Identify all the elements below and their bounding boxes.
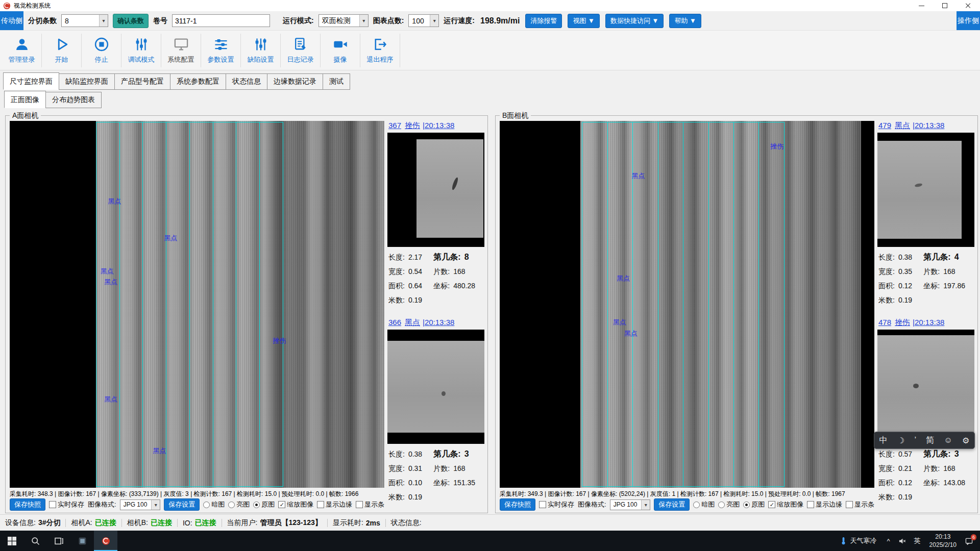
help-menu-button[interactable]: 帮助 ▼	[669, 14, 701, 28]
bright-image-radio[interactable]: 亮图	[228, 500, 250, 509]
defect-overlay-label: 挫伤	[770, 142, 783, 151]
defect-stat-width: 宽度:0.31	[388, 461, 433, 475]
ime-settings-icon[interactable]: ⚙	[962, 436, 969, 445]
original-image-radio[interactable]: 原图	[253, 500, 275, 509]
slit-count-select[interactable]: 8 ▾	[61, 14, 108, 27]
tab-system-param-config[interactable]: 系统参数配置	[170, 73, 226, 90]
taskbar-clock[interactable]: 20:13 2025/2/10	[925, 533, 961, 549]
data-quick-access-menu-button[interactable]: 数据快捷访问 ▼	[605, 14, 664, 28]
image-format-select[interactable]: JPG 100▾	[120, 499, 161, 510]
defect-stat-meters: 米数:0.19	[878, 293, 923, 307]
tab-edge-data-record[interactable]: 边缘数据记录	[267, 73, 323, 90]
defect-card-header[interactable]: 479黑点|20:13:38	[877, 121, 974, 133]
vision-app-taskbar-icon[interactable]	[94, 531, 117, 551]
search-button[interactable]	[23, 531, 47, 551]
image-format-select[interactable]: JPG 100▾	[610, 499, 651, 510]
pinned-app-icon[interactable]	[70, 531, 94, 551]
toolbar-item-stop[interactable]: 停止	[82, 34, 121, 67]
run-mode-select[interactable]: 双面检测 ▾	[318, 14, 369, 27]
save-snapshot-button[interactable]: 保存快照	[10, 498, 45, 511]
slit-count-label: 分切条数	[28, 16, 57, 26]
drive-side-button[interactable]: 传动侧	[0, 11, 23, 30]
tab-size-monitor[interactable]: 尺寸监控界面	[3, 72, 59, 90]
ime-shape-mode-icon[interactable]: ☽	[897, 436, 904, 445]
content-area: A面相机黑点黑点黑点黑点挫伤黑点黑点采集耗时: 348.3 | 图像计数: 16…	[0, 109, 980, 514]
toolbar-item-debug-mode[interactable]: 调试模式	[121, 34, 161, 67]
volume-mute-icon	[898, 537, 906, 545]
bright-image-radio[interactable]: 亮图	[718, 500, 740, 509]
clear-alarm-button[interactable]: 清除报警	[525, 14, 562, 28]
defect-card-stats: 长度:0.38第几条:3宽度:0.31片数:168面积:0.10坐标:151.3…	[387, 444, 484, 504]
show-edge-checkbox[interactable]: 显示边缘	[807, 500, 842, 509]
defect-stat-area: 面积:0.10	[388, 475, 433, 490]
start-button[interactable]	[0, 531, 23, 551]
icon-toolbar: 管理登录开始停止调试模式系统配置参数设置缺陷设置日志记录摄像退出程序	[0, 31, 980, 70]
toolbar-item-log-record[interactable]: 日志记录	[281, 34, 321, 67]
defect-overlay-label: 黑点	[101, 267, 114, 276]
realtime-save-checkbox[interactable]: 实时保存	[539, 500, 574, 509]
defect-card-header[interactable]: 478挫伤|20:13:38	[877, 318, 974, 330]
dark-image-radio[interactable]: 暗图	[693, 500, 715, 509]
maximize-button[interactable]	[933, 0, 957, 11]
defect-stat-meters: 米数:0.19	[388, 293, 433, 307]
chart-points-select[interactable]: 100 ▾	[408, 14, 439, 27]
ime-lang-mode[interactable]: 中	[879, 435, 888, 446]
device-info-label: 设备信息:	[5, 518, 36, 528]
vision-app-icon	[102, 537, 110, 545]
minimize-button[interactable]	[910, 0, 933, 11]
defect-stat-pieces: 片数:168	[433, 264, 484, 279]
ime-emoji-icon[interactable]: ☺	[944, 436, 952, 445]
roll-number-input[interactable]	[172, 14, 270, 27]
tab-test[interactable]: 测试	[323, 73, 350, 90]
stop-icon	[94, 37, 109, 54]
save-settings-button[interactable]: 保存设置	[164, 498, 200, 511]
zoom-image-checkbox[interactable]: ✓缩放图像	[768, 500, 803, 509]
tab-distribution-chart[interactable]: 分布趋势图表	[45, 92, 102, 108]
toolbar-item-exit-program[interactable]: 退出程序	[360, 34, 400, 67]
show-count-checkbox[interactable]: 显示条数	[356, 500, 384, 509]
view-menu-button[interactable]: 视图 ▼	[568, 14, 599, 28]
close-button[interactable]	[957, 0, 980, 11]
dark-image-radio[interactable]: 暗图	[203, 500, 225, 509]
realtime-save-checkbox[interactable]: 实时保存	[49, 500, 84, 509]
task-view-button[interactable]	[47, 531, 70, 551]
confirm-count-button[interactable]: 确认条数	[113, 14, 149, 28]
save-settings-button[interactable]: 保存设置	[654, 498, 690, 511]
tray-expand-chevron[interactable]: ^	[883, 531, 894, 551]
zoom-image-checkbox[interactable]: ✓缩放图像	[278, 500, 313, 509]
defect-card-header[interactable]: 366黑点|20:13:38	[387, 318, 484, 330]
toolbar-item-param-settings[interactable]: 参数设置	[201, 34, 241, 67]
input-language-indicator[interactable]: 英	[910, 531, 925, 551]
weather-status[interactable]: 天气寒冷	[834, 536, 883, 545]
status-info-label: 状态信息:	[391, 518, 422, 528]
chevron-down-icon: ▾	[641, 500, 650, 510]
tab-product-model-config[interactable]: 产品型号配置	[114, 73, 170, 90]
ime-punctuation-icon[interactable]: ’	[914, 436, 916, 445]
defect-card-header[interactable]: 367挫伤|20:13:38	[387, 121, 484, 133]
tab-front-image[interactable]: 正面图像	[4, 91, 46, 108]
toolbar-item-defect-settings[interactable]: 缺陷设置	[241, 34, 281, 67]
toolbar-item-start[interactable]: 开始	[42, 34, 82, 67]
notification-badge: 6	[971, 534, 976, 540]
tab-status-info[interactable]: 状态信息	[226, 73, 267, 90]
ime-simplified-mode[interactable]: 简	[926, 435, 934, 446]
action-center-button[interactable]: 6	[961, 531, 977, 551]
toolbar-item-capture[interactable]: 摄像	[321, 34, 360, 67]
chart-points-label: 图表点数:	[373, 16, 404, 26]
ime-toolbar[interactable]: 中☽’简☺⚙	[874, 432, 975, 449]
toolbar-item-system-config[interactable]: 系统配置	[161, 34, 201, 67]
title-bar: 视觉检测系统	[0, 0, 980, 11]
original-image-radio[interactable]: 原图	[743, 500, 765, 509]
toolbar-item-admin-login[interactable]: 管理登录	[2, 34, 42, 67]
app-window: 视觉检测系统 传动侧 分切条数 8 ▾ 确认条数 卷号 运行模式: 双面检测 ▾…	[0, 0, 980, 551]
tab-defect-monitor[interactable]: 缺陷监控界面	[59, 73, 115, 90]
volume-mute-button[interactable]	[894, 531, 910, 551]
save-snapshot-button[interactable]: 保存快照	[500, 498, 535, 511]
show-count-checkbox[interactable]: 显示条数	[846, 500, 874, 509]
defect-stat-area: 面积:0.12	[878, 279, 923, 293]
defect-stat-width: 宽度:0.21	[878, 461, 923, 475]
defect-card: 367挫伤|20:13:38长度:2.17第几条:8宽度:0.54片数:168面…	[387, 121, 484, 314]
operate-side-button[interactable]: 操作侧	[957, 11, 980, 30]
show-edge-checkbox[interactable]: 显示边缘	[317, 500, 352, 509]
chevron-down-icon: ▾	[359, 15, 368, 27]
